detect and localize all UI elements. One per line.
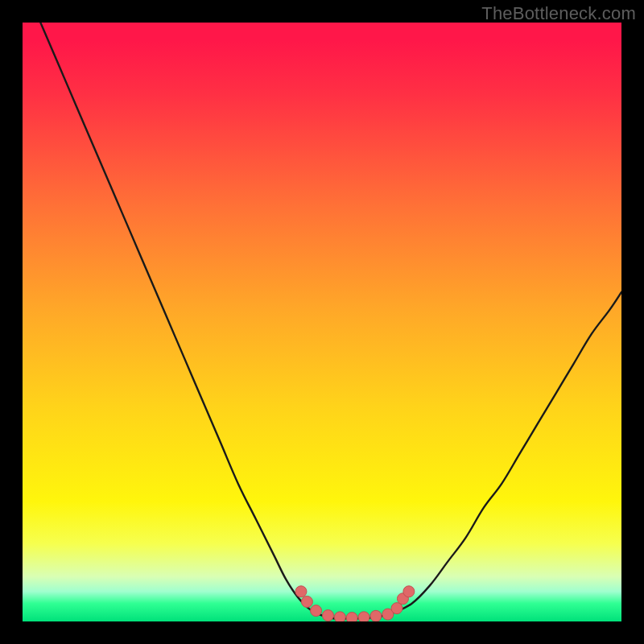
curve-marker — [301, 596, 312, 607]
curve-layer — [23, 23, 621, 621]
curve-marker — [403, 586, 415, 597]
curve-marker — [370, 610, 382, 621]
curve-marker — [322, 610, 333, 621]
curve-marker — [295, 586, 307, 597]
plot-area — [23, 23, 621, 621]
curve-marker — [358, 612, 369, 621]
chart-frame: TheBottleneck.com — [0, 0, 644, 644]
marker-group — [295, 586, 415, 621]
watermark-text: TheBottleneck.com — [481, 3, 636, 24]
curve-marker — [346, 613, 357, 621]
bottleneck-curve — [40, 23, 621, 619]
curve-marker — [311, 605, 322, 617]
curve-marker — [334, 612, 345, 621]
curve-group — [40, 23, 621, 619]
